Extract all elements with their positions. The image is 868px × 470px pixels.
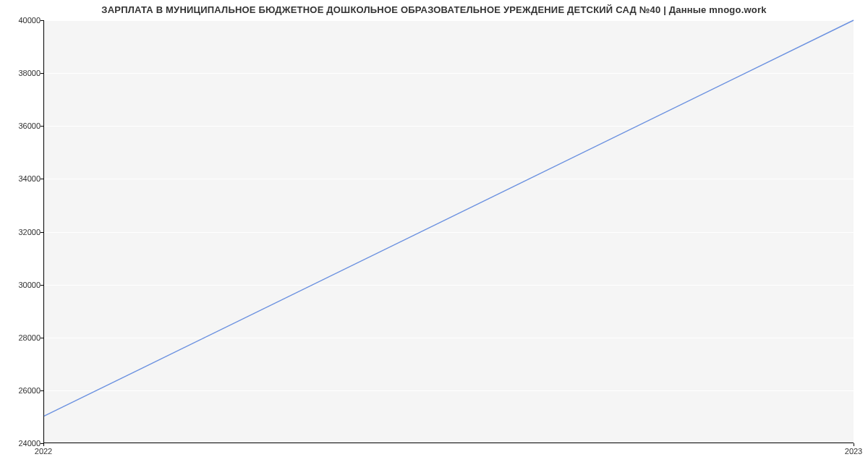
y-tick-label: 26000 <box>12 386 41 395</box>
line-series <box>44 20 854 443</box>
y-tick-label: 32000 <box>12 228 41 236</box>
y-tick-label: 28000 <box>12 333 41 342</box>
x-tick-label: 2022 <box>35 447 52 456</box>
y-tick-label: 40000 <box>12 16 41 25</box>
y-tick-label: 38000 <box>12 69 41 77</box>
chart-container: ЗАРПЛАТА В МУНИЦИПАЛЬНОЕ БЮДЖЕТНОЕ ДОШКО… <box>0 0 868 470</box>
y-tick-label: 30000 <box>12 281 41 289</box>
x-tick-mark <box>854 443 854 446</box>
x-tick-label: 2023 <box>845 447 862 456</box>
plot-area <box>43 20 854 443</box>
y-tick-label: 34000 <box>12 174 41 183</box>
y-tick-label: 36000 <box>12 121 41 130</box>
chart-title: ЗАРПЛАТА В МУНИЦИПАЛЬНОЕ БЮДЖЕТНОЕ ДОШКО… <box>0 4 868 15</box>
x-tick-mark <box>43 443 44 446</box>
salary-line <box>44 20 854 416</box>
